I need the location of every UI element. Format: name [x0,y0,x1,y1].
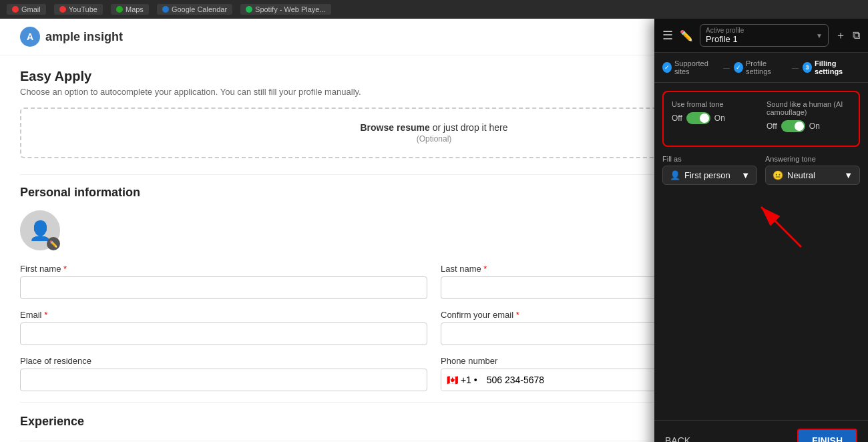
steps-bar: ✓ Supported sites — ✓ Profile settings —… [654,53,868,83]
avatar-area: 👤 ✏️ [20,210,60,250]
answering-tone-inner: 😐 Neutral [773,170,815,180]
formal-tone-toggle-row: Off On [672,112,756,124]
formal-tone-label: Use fromal tone [672,100,756,108]
active-profile-selector[interactable]: Active profile Profile 1 ▼ [700,24,829,47]
step-arrow-1: — [723,64,730,71]
page-content: A ample insight Front End and 📍 245 York… [0,19,868,442]
experience-title: Experience [20,415,84,429]
tab-maps-label: Maps [126,5,144,13]
answering-tone-label: Answering tone [765,155,860,163]
step-number-filling: 3 [803,62,812,73]
active-profile-col: Active profile Profile 1 [706,27,744,44]
last-name-required: * [483,264,487,274]
human-off-label: Off [767,122,777,131]
maps-favicon [116,6,123,13]
browser-tab-bar: Gmail YouTube Maps Google Calendar Spoti… [0,0,868,19]
first-name-group: First name * [20,264,427,299]
settings-row: Use fromal tone Off On Sound like a huma… [672,100,851,132]
step-check-supported: ✓ [662,62,672,73]
logo-text: ample insight [45,30,123,44]
step-profile: ✓ Profile settings [734,59,788,75]
fill-as-select[interactable]: 👤 First person ▼ [662,166,757,185]
tab-spotify[interactable]: Spotify - Web Playe... [240,4,331,15]
formal-tone-setting: Use fromal tone Off On [672,100,756,132]
ext-bottom-bar: BACK FINISH [654,420,868,442]
tab-gmail-label: Gmail [21,5,41,13]
first-name-required: * [63,264,67,274]
tab-youtube[interactable]: YouTube [54,4,103,15]
human-on-label: On [809,122,820,131]
formal-tone-thumb [700,114,709,123]
answering-tone-select[interactable]: 😐 Neutral ▼ [765,166,860,185]
add-profile-icon[interactable]: ＋ [835,29,846,43]
step-arrow-2: — [792,64,799,71]
tab-calendar-label: Google Calendar [172,5,227,13]
upload-text: or just drop it here [433,122,508,133]
step-profile-label: Profile settings [746,59,788,75]
first-name-label: First name * [20,264,427,274]
answering-tone-group: Answering tone 😐 Neutral ▼ [765,155,860,185]
answering-tone-value: Neutral [787,170,815,180]
upload-optional: (Optional) [417,134,452,144]
email-label: Email * [20,310,427,320]
upload-link[interactable]: Browse resume [360,122,429,133]
residence-label: Place of residence [20,356,427,366]
fill-as-label: Fill as [662,155,757,163]
formal-off-label: Off [672,114,682,123]
human-tone-setting: Sound like a human (AI camouflage) Off O… [767,100,851,132]
tab-maps[interactable]: Maps [111,4,149,15]
calendar-favicon [162,6,169,13]
human-tone-toggle[interactable] [781,120,805,132]
fill-tone-row: Fill as 👤 First person ▼ Answering tone … [654,155,868,185]
tab-youtube-label: YouTube [69,5,97,13]
email-group: Email * [20,310,427,345]
extension-panel: ☰ ✏️ Active profile Profile 1 ▼ ＋ ⧉ ✓ Su… [654,19,868,442]
fill-as-group: Fill as 👤 First person ▼ [662,155,757,185]
residence-group: Place of residence [20,356,427,391]
edit-icon[interactable]: ✏️ [680,29,693,42]
tab-spotify-label: Spotify - Web Playe... [255,5,326,13]
human-tone-toggle-row: Off On [767,120,851,132]
ext-topbar: ☰ ✏️ Active profile Profile 1 ▼ ＋ ⧉ [654,19,868,53]
profile-name: Profile 1 [706,34,744,44]
step-supported-label: Supported sites [674,59,719,75]
copy-icon[interactable]: ⧉ [853,29,860,41]
step-check-profile: ✓ [734,62,743,73]
answering-tone-icon: 😐 [773,170,783,180]
step-filling-label: Filling settings [815,59,860,75]
hamburger-icon[interactable]: ☰ [662,28,673,43]
red-arrow-area [654,190,868,257]
tab-calendar[interactable]: Google Calendar [157,4,232,15]
residence-input[interactable] [20,369,427,391]
chevron-down-icon: ▼ [816,32,823,39]
logo-area: A ample insight [20,27,750,47]
fill-as-value: First person [684,170,730,180]
spotify-favicon [246,6,252,13]
fill-as-chevron: ▼ [741,170,750,180]
step-filling: 3 Filling settings [803,59,860,75]
human-tone-label: Sound like a human (AI camouflage) [767,100,851,116]
active-profile-label: Active profile [706,27,744,34]
avatar-edit-button[interactable]: ✏️ [47,237,60,250]
red-arrow-annotation [708,194,815,254]
gmail-favicon [12,6,19,13]
fill-as-icon: 👤 [670,170,680,180]
finish-button[interactable]: FINISH [797,429,857,442]
fill-as-inner: 👤 First person [670,170,730,180]
tab-gmail[interactable]: Gmail [7,4,46,15]
formal-tone-toggle[interactable] [686,112,710,124]
formal-on-label: On [714,114,725,123]
email-input[interactable] [20,322,427,345]
back-button[interactable]: BACK [665,435,690,442]
human-tone-thumb [795,122,804,131]
logo-icon: A [20,27,40,47]
step-supported: ✓ Supported sites [662,59,719,75]
settings-box: Use fromal tone Off On Sound like a huma… [662,91,860,147]
youtube-favicon [59,6,66,13]
svg-line-1 [761,207,801,247]
phone-flag: 🇨🇦 +1 • [441,369,483,391]
first-name-input[interactable] [20,276,427,299]
answering-tone-chevron: ▼ [844,170,853,180]
